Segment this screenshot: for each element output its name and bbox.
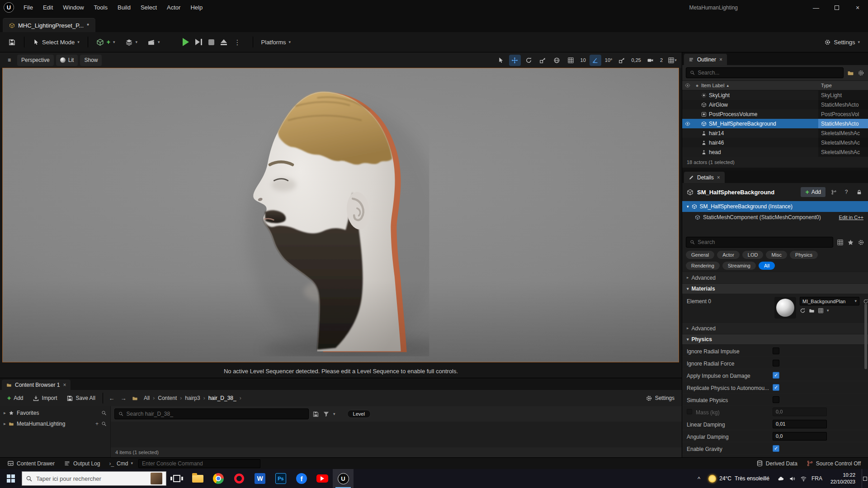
chrome-button[interactable] — [208, 469, 229, 488]
tab-details[interactable]: Details × — [684, 172, 725, 183]
menu-item-actor[interactable]: Actor — [162, 0, 185, 15]
scale-snap-toggle[interactable] — [616, 55, 627, 66]
play-button[interactable] — [183, 38, 189, 46]
add-button[interactable]: +Add — [4, 392, 27, 404]
onedrive-cloud-icon[interactable] — [778, 475, 784, 482]
close-button[interactable]: × — [847, 0, 868, 15]
volume-icon[interactable] — [789, 475, 796, 482]
source-control-button[interactable]: Source Control Off — [803, 459, 864, 469]
task-view-button[interactable] — [166, 469, 187, 488]
component-tree-root[interactable]: ▾ SM_HalfSphereBackground (Instance) — [682, 201, 868, 212]
materials-section-header[interactable]: ▾ Materials — [682, 283, 868, 294]
search-icon[interactable] — [101, 410, 107, 416]
details-scrollbar[interactable] — [864, 304, 867, 369]
search-icon[interactable] — [101, 421, 107, 427]
cinematics-dropdown[interactable]: ▾ — [144, 35, 164, 49]
angular-damping-field[interactable]: 0,0 — [773, 432, 827, 441]
quick-add-dropdown[interactable]: + ▾ — [93, 35, 119, 49]
viewport-perspective-dropdown[interactable]: Perspective — [17, 55, 54, 66]
settings-dropdown[interactable]: Settings ▾ — [821, 35, 863, 49]
filter-streaming[interactable]: Streaming — [722, 262, 756, 270]
start-button[interactable] — [0, 469, 22, 488]
content-browser-settings[interactable]: Settings — [642, 392, 678, 404]
viewport-lit-dropdown[interactable]: Lit — [56, 55, 78, 66]
notification-center-button[interactable] — [862, 469, 868, 488]
tab-asset[interactable]: MHC_LightingPreset_P... * — [3, 18, 95, 32]
camera-speed-value[interactable]: 2 — [659, 57, 664, 63]
checkbox[interactable] — [773, 372, 779, 379]
close-icon[interactable]: × — [719, 57, 722, 62]
menu-item-build[interactable]: Build — [113, 0, 136, 15]
keyboard-language[interactable]: FRA — [811, 475, 822, 482]
console-command-input[interactable] — [142, 460, 257, 467]
derived-data-button[interactable]: Derived Data — [753, 459, 801, 469]
forward-button[interactable]: → — [118, 393, 128, 403]
cmd-dropdown[interactable]: ›_ Cmd▾ — [105, 459, 137, 469]
favorites-star-icon[interactable] — [847, 239, 854, 246]
materials-advanced-section[interactable]: ▸ Advanced — [682, 322, 868, 334]
details-search-input[interactable] — [698, 239, 829, 245]
youtube-button[interactable] — [312, 469, 333, 488]
eye-icon[interactable] — [685, 83, 690, 88]
breadcrumb-current[interactable]: hair_D_38_ — [208, 395, 236, 401]
eye-icon[interactable] — [685, 121, 690, 127]
word-button[interactable]: W — [250, 469, 270, 488]
play-options-kebab-icon[interactable]: ⋮ — [233, 39, 242, 46]
physics-section-header[interactable]: ▾ Physics — [682, 334, 868, 345]
asset-search-input[interactable] — [126, 411, 305, 417]
grid-snap-toggle[interactable] — [565, 55, 577, 66]
advanced-collapsed-section[interactable]: ▸ Advanced — [682, 272, 868, 283]
menu-item-edit[interactable]: Edit — [38, 0, 58, 15]
taskbar-search-input[interactable] — [36, 475, 147, 482]
help-icon[interactable]: ? — [842, 188, 851, 197]
save-all-button[interactable]: Save All — [63, 392, 99, 404]
tray-expand-icon[interactable]: ^ — [698, 476, 700, 482]
filter-all[interactable]: All — [759, 262, 775, 270]
material-select-dropdown[interactable]: MI_BackgoundPlan ▾ — [800, 297, 859, 305]
scale-snap-value[interactable]: 0,25 — [630, 57, 642, 63]
sidebar-item-favorites[interactable]: ▸ Favorites — [0, 408, 110, 418]
maximize-button[interactable] — [826, 0, 847, 15]
menu-item-help[interactable]: Help — [185, 0, 208, 15]
minimize-button[interactable]: — — [806, 0, 826, 15]
filter-lod[interactable]: LOD — [742, 251, 764, 259]
taskbar-clock[interactable]: 10:22 22/10/2023 — [827, 472, 859, 485]
sidebar-item-project[interactable]: ▸ MetaHumanLighting + — [0, 418, 110, 429]
menu-item-select[interactable]: Select — [136, 0, 162, 15]
rotate-tool-button[interactable] — [523, 55, 535, 66]
checkbox[interactable] — [773, 396, 779, 403]
checkbox[interactable] — [773, 360, 779, 366]
breadcrumb-content[interactable]: Content — [158, 395, 177, 401]
blueprints-dropdown[interactable]: ▾ — [122, 35, 142, 49]
path-picker-button[interactable] — [130, 393, 140, 403]
outliner-row[interactable]: PostProcessVolume PostProcessVol — [682, 109, 868, 119]
level-filter-badge[interactable]: Level — [347, 410, 371, 418]
outliner-row[interactable]: SM_HalfSphereBackground StaticMeshActo — [682, 119, 868, 128]
menu-item-tools[interactable]: Tools — [89, 0, 113, 15]
viewport-3d-canvas[interactable] — [2, 68, 679, 362]
add-collection-icon[interactable]: + — [95, 421, 99, 427]
search-highlight-image[interactable] — [151, 473, 162, 484]
add-component-button[interactable]: +Add — [801, 187, 826, 197]
outliner-settings-gear-icon[interactable] — [858, 70, 864, 76]
weather-widget[interactable]: 24°C Très ensoleillé — [705, 475, 773, 483]
checkbox[interactable] — [773, 347, 779, 354]
outliner-search-input[interactable] — [698, 70, 840, 76]
scale-tool-button[interactable] — [537, 55, 549, 66]
outliner-row[interactable]: hair46 SkeletalMeshAc — [682, 138, 868, 147]
menu-item-window[interactable]: Window — [58, 0, 89, 15]
move-tool-button[interactable] — [509, 55, 521, 66]
breadcrumb-hairp3[interactable]: hairp3 — [185, 395, 200, 401]
filter-physics[interactable]: Physics — [790, 251, 818, 259]
viewport-show-dropdown[interactable]: Show — [80, 55, 102, 66]
material-use-selected-icon[interactable] — [800, 308, 806, 314]
filter-rendering[interactable]: Rendering — [686, 262, 720, 270]
asset-grid[interactable] — [111, 422, 682, 447]
linear-damping-field[interactable]: 0,01 — [773, 420, 827, 428]
component-tree-child[interactable]: StaticMeshComponent (StaticMeshComponent… — [682, 212, 868, 223]
material-thumbnail[interactable] — [774, 297, 796, 319]
filter-actor[interactable]: Actor — [717, 251, 740, 259]
checkbox[interactable] — [773, 445, 779, 452]
world-local-toggle[interactable] — [551, 55, 563, 66]
viewport-layout-button[interactable]: ▾ — [666, 55, 678, 66]
